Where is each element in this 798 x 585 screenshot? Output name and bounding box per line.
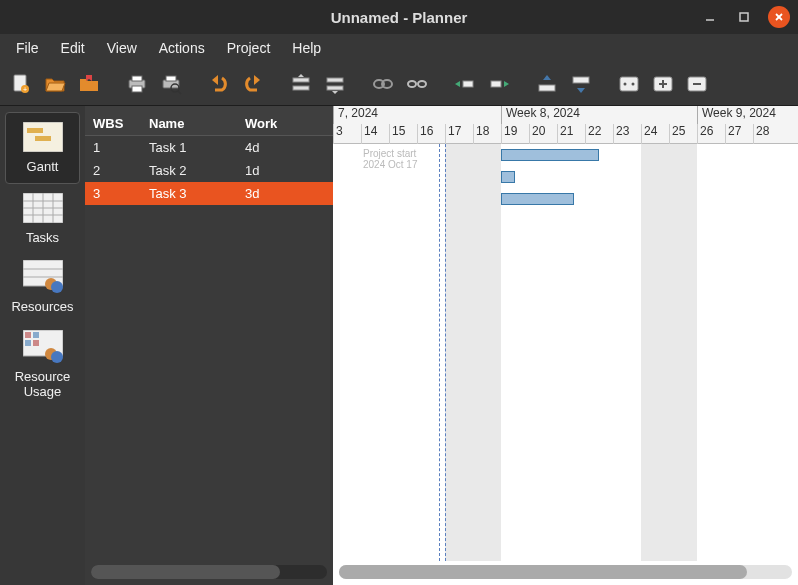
outdent-button[interactable] <box>484 69 514 99</box>
new-file-button[interactable]: + <box>6 69 36 99</box>
nav-label: Resource Usage <box>5 369 80 400</box>
svg-text:+: + <box>23 86 27 93</box>
redo-button[interactable] <box>238 69 268 99</box>
menu-help[interactable]: Help <box>282 36 331 60</box>
day-label: 21 <box>557 124 585 144</box>
insert-task-button[interactable] <box>286 69 316 99</box>
gantt-bar[interactable] <box>501 149 599 161</box>
remove-task-button[interactable] <box>320 69 350 99</box>
menu-project[interactable]: Project <box>217 36 281 60</box>
close-button[interactable] <box>768 6 790 28</box>
day-label: 14 <box>361 124 389 144</box>
day-label: 19 <box>501 124 529 144</box>
menu-file[interactable]: File <box>6 36 49 60</box>
zoom-out-button[interactable] <box>682 69 712 99</box>
weekend-shade <box>445 144 473 561</box>
svg-point-21 <box>418 81 426 87</box>
day-label: 28 <box>753 124 781 144</box>
svg-rect-11 <box>166 76 176 81</box>
svg-line-13 <box>178 91 181 94</box>
zoom-in-button[interactable] <box>648 69 678 99</box>
svg-point-48 <box>51 281 63 293</box>
maximize-button[interactable] <box>734 7 754 27</box>
cell-wbs: 2 <box>85 163 141 178</box>
table-row[interactable]: 2Task 21d <box>85 159 333 182</box>
svg-rect-9 <box>132 86 142 92</box>
table-h-scrollbar[interactable] <box>91 565 327 579</box>
svg-rect-51 <box>33 332 39 338</box>
cell-work: 4d <box>237 140 317 155</box>
menu-edit[interactable]: Edit <box>51 36 95 60</box>
nav-label: Tasks <box>26 230 59 246</box>
svg-rect-8 <box>132 76 142 81</box>
svg-rect-17 <box>327 86 343 90</box>
day-label: 17 <box>445 124 473 144</box>
day-label: 16 <box>417 124 445 144</box>
print-preview-button[interactable] <box>156 69 186 99</box>
svg-rect-26 <box>620 77 638 91</box>
gantt-body[interactable]: Project start2024 Oct 17 <box>333 144 798 561</box>
project-start-label: Project start2024 Oct 17 <box>363 148 417 170</box>
minimize-button[interactable] <box>700 7 720 27</box>
gantt-h-scrollbar[interactable] <box>339 565 792 579</box>
gantt-icon <box>21 119 65 155</box>
svg-rect-52 <box>25 340 31 346</box>
menu-view[interactable]: View <box>97 36 147 60</box>
day-label: 25 <box>669 124 697 144</box>
weekend-shade <box>669 144 697 561</box>
title-bar: Unnamed - Planner <box>0 0 798 34</box>
project-start-line <box>439 144 440 561</box>
indent-button[interactable] <box>450 69 480 99</box>
table-row[interactable]: 3Task 33d <box>85 182 333 205</box>
gantt-bar[interactable] <box>501 193 574 205</box>
move-down-button[interactable] <box>566 69 596 99</box>
table-row[interactable]: 1Task 14d <box>85 136 333 159</box>
svg-point-28 <box>632 82 635 85</box>
nav-tasks[interactable]: Tasks <box>5 184 80 254</box>
svg-rect-25 <box>573 77 589 83</box>
day-label: 15 <box>389 124 417 144</box>
task-table: WBS Name Work 1Task 14d2Task 21d3Task 33… <box>85 106 333 585</box>
link-tasks-button[interactable] <box>368 69 398 99</box>
nav-label: Gantt <box>27 159 59 175</box>
svg-point-55 <box>51 351 63 363</box>
col-header-wbs[interactable]: WBS <box>85 116 141 131</box>
weekend-shade <box>641 144 669 561</box>
svg-rect-22 <box>463 81 473 87</box>
today-line <box>445 144 446 561</box>
undo-button[interactable] <box>204 69 234 99</box>
day-label: 22 <box>585 124 613 144</box>
svg-rect-15 <box>293 86 309 90</box>
svg-point-27 <box>624 82 627 85</box>
col-header-work[interactable]: Work <box>237 116 317 131</box>
week-label: Week 8, 2024 <box>501 106 580 124</box>
menu-actions[interactable]: Actions <box>149 36 215 60</box>
table-header: WBS Name Work <box>85 106 333 136</box>
gantt-timeline-header: 3141516171819202122232425262728 7, 2024W… <box>333 106 798 144</box>
open-file-button[interactable] <box>40 69 70 99</box>
cell-work: 3d <box>237 186 317 201</box>
svg-rect-36 <box>35 136 51 141</box>
svg-rect-35 <box>27 128 43 133</box>
print-button[interactable] <box>122 69 152 99</box>
gantt-bar[interactable] <box>501 171 515 183</box>
week-label: Week 9, 2024 <box>697 106 776 124</box>
svg-rect-16 <box>327 78 343 82</box>
unlink-tasks-button[interactable] <box>402 69 432 99</box>
nav-gantt[interactable]: Gantt <box>5 112 80 184</box>
view-sidebar: Gantt Tasks Resources Resource Usage <box>0 106 85 585</box>
save-button[interactable] <box>74 69 104 99</box>
day-label: 20 <box>529 124 557 144</box>
tasks-icon <box>21 190 65 226</box>
nav-resources[interactable]: Resources <box>5 253 80 323</box>
svg-rect-14 <box>293 78 309 82</box>
toolbar: + <box>0 62 798 106</box>
nav-resource-usage[interactable]: Resource Usage <box>5 323 80 408</box>
col-header-name[interactable]: Name <box>141 116 237 131</box>
zoom-fit-button[interactable] <box>614 69 644 99</box>
cell-name: Task 2 <box>141 163 237 178</box>
resources-icon <box>21 259 65 295</box>
gantt-chart[interactable]: 3141516171819202122232425262728 7, 2024W… <box>333 106 798 585</box>
move-up-button[interactable] <box>532 69 562 99</box>
day-label: 18 <box>473 124 501 144</box>
